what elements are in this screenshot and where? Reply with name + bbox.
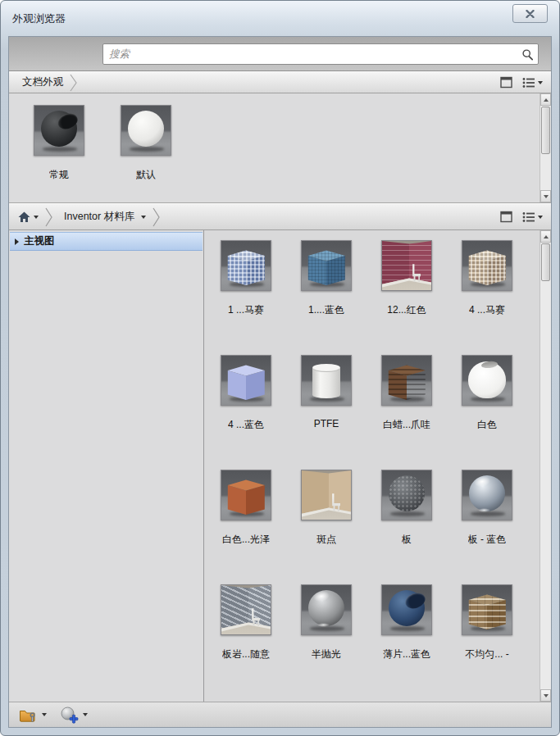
- appearance-item[interactable]: 薄片...蓝色: [367, 581, 447, 696]
- thumb-sphere-reflection: [478, 508, 489, 512]
- scroll-up-button[interactable]: [540, 230, 551, 243]
- thumb-shadow: [43, 147, 77, 151]
- appearance-thumbnail: [301, 355, 352, 406]
- chevron-down-icon: [34, 216, 39, 219]
- library-selector[interactable]: Inventor 材料库: [57, 208, 148, 225]
- document-panel-scrollbar[interactable]: [540, 93, 551, 202]
- scroll-down-button[interactable]: [540, 190, 551, 202]
- appearance-item[interactable]: 斑点: [286, 466, 367, 581]
- thumbnail-render: [221, 241, 271, 290]
- thumb-sphere-reflection: [317, 623, 329, 627]
- appearance-item[interactable]: 半抛光: [286, 581, 367, 696]
- appearance-browser-window: 外观浏览器 文档外观: [0, 0, 560, 736]
- appearance-item[interactable]: 1....蓝色: [286, 237, 367, 352]
- scrollbar-track[interactable]: [540, 106, 551, 190]
- home-button[interactable]: [16, 209, 40, 225]
- appearance-item[interactable]: 4 ...马赛: [447, 237, 527, 352]
- view-options-button[interactable]: [520, 209, 544, 225]
- appearance-label: PTFE: [314, 418, 339, 429]
- home-icon: [17, 211, 31, 224]
- appearance-label: 1....蓝色: [308, 303, 344, 317]
- thumbnail-render: [382, 241, 431, 290]
- thumbnail-render: [34, 106, 84, 155]
- thumb-shadow: [471, 511, 505, 516]
- appearance-item[interactable]: 白色: [447, 352, 527, 466]
- thumb-shadow: [130, 147, 164, 151]
- document-appearance-list: 常规 默认: [9, 93, 551, 182]
- appearance-item[interactable]: 板岩...随意: [206, 581, 286, 696]
- list-view-icon: [521, 76, 535, 89]
- appearance-label: 常规: [49, 168, 69, 182]
- search-input[interactable]: [103, 48, 521, 60]
- appearance-thumbnail: [221, 240, 271, 291]
- search-field[interactable]: [102, 43, 539, 65]
- grid-scrollbar[interactable]: [540, 230, 551, 702]
- appearance-label: 白蜡...爪哇: [383, 418, 430, 432]
- appearance-item[interactable]: 白蜡...爪哇: [367, 352, 447, 466]
- panel-toggle-button[interactable]: [498, 74, 515, 91]
- client-area: 文档外观: [8, 36, 552, 728]
- manage-library-button[interactable]: [19, 707, 47, 723]
- thumb-shadow: [390, 511, 425, 516]
- footer-toolbar: [9, 702, 551, 727]
- breadcrumb-chevron-icon: [153, 207, 160, 227]
- appearance-item[interactable]: 白色...光泽: [206, 466, 286, 581]
- thumb-sphere: [389, 475, 425, 511]
- tree-item-label: 主视图: [24, 234, 55, 248]
- appearance-thumbnail: [462, 355, 512, 406]
- scrollbar-track[interactable]: [540, 243, 551, 689]
- library-name: Inventor 材料库: [64, 210, 134, 224]
- tree-item-main-view[interactable]: 主视图: [10, 232, 203, 251]
- document-appearances-panel: 常规 默认: [9, 93, 551, 203]
- thumbnail-render: [221, 585, 271, 634]
- appearance-label: 白色...光泽: [222, 533, 270, 547]
- search-toolbar: [9, 37, 551, 71]
- appearance-item[interactable]: 板 - 蓝色: [447, 466, 527, 581]
- close-icon: [526, 10, 535, 18]
- create-appearance-button[interactable]: [60, 706, 88, 724]
- folder-wrench-icon: [19, 707, 38, 723]
- thumb-sphere: [128, 111, 164, 147]
- appearance-thumbnail: [462, 470, 512, 520]
- view-options-button[interactable]: [520, 75, 544, 91]
- appearance-thumbnail: [301, 584, 352, 635]
- appearance-label: 板 - 蓝色: [468, 533, 507, 547]
- scrollbar-thumb[interactable]: [541, 107, 550, 154]
- appearance-item[interactable]: 1 ...马赛: [206, 237, 286, 352]
- appearance-item[interactable]: 4 ...蓝色: [206, 352, 286, 466]
- search-icon[interactable]: [521, 48, 534, 61]
- panel-toggle-button[interactable]: [498, 208, 515, 225]
- thumbnail-render: [462, 470, 512, 520]
- scrollbar-thumb[interactable]: [541, 243, 550, 281]
- scroll-up-button[interactable]: [540, 93, 551, 106]
- scroll-down-button[interactable]: [540, 689, 551, 702]
- appearance-item[interactable]: 12...红色: [367, 237, 447, 352]
- down-arrow-icon: [544, 195, 549, 198]
- chevron-down-icon: [83, 713, 88, 716]
- appearance-thumbnail: [221, 470, 271, 520]
- appearance-thumbnail: [381, 240, 432, 291]
- thumbnail-render: [302, 241, 351, 290]
- thumb-shadow: [390, 626, 425, 630]
- appearance-label: 板: [402, 533, 412, 547]
- appearance-label: 1 ...马赛: [228, 303, 264, 317]
- appearance-label: 默认: [136, 168, 156, 182]
- thumb-cylinder-body: [312, 368, 341, 398]
- appearance-item[interactable]: 不均匀... -: [447, 581, 527, 696]
- appearance-item[interactable]: 常规: [34, 102, 84, 182]
- chevron-down-icon: [538, 81, 543, 84]
- appearance-item[interactable]: 默认: [121, 102, 171, 182]
- appearance-thumbnail: [462, 584, 512, 635]
- expand-arrow-icon[interactable]: [15, 239, 19, 245]
- thumbnail-render: [382, 356, 431, 405]
- library-content-area: 主视图: [9, 230, 551, 702]
- panel-toggle-icon: [499, 75, 513, 89]
- up-arrow-icon: [544, 98, 549, 102]
- appearance-item[interactable]: PTFE: [286, 352, 367, 466]
- close-button[interactable]: [512, 4, 548, 23]
- appearance-item[interactable]: 板: [367, 466, 447, 581]
- titlebar[interactable]: 外观浏览器: [1, 1, 559, 36]
- breadcrumb-chevron-icon: [70, 74, 77, 92]
- chevron-down-icon: [42, 713, 47, 716]
- appearance-label: 白色: [477, 418, 497, 432]
